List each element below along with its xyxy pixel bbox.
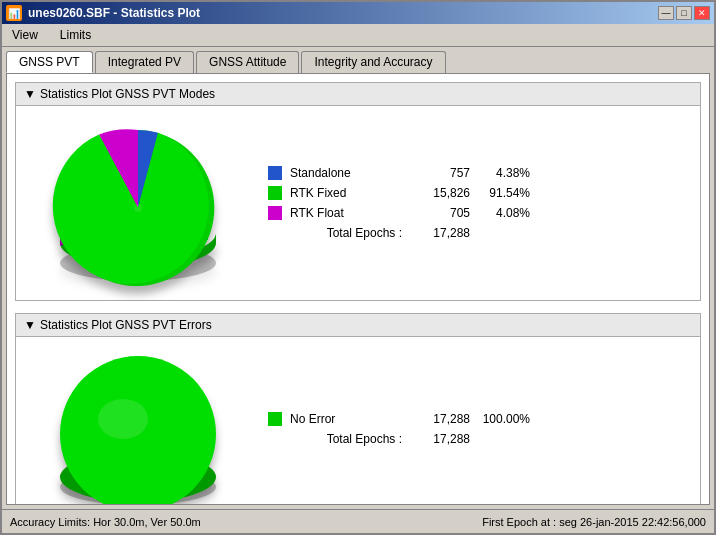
tab-gnss-attitude[interactable]: GNSS Attitude [196, 51, 299, 73]
title-bar-title: 📊 unes0260.SBF - Statistics Plot [6, 5, 200, 21]
legend-color-noerror [268, 412, 282, 426]
pvt-modes-pie-container [28, 118, 248, 288]
legend-value-noerror: 17,288 [410, 412, 470, 426]
legend-pct-standalone: 4.38% [470, 166, 530, 180]
section-pvt-errors: ▼ Statistics Plot GNSS PVT Errors [15, 313, 701, 505]
legend-row-noerror: No Error 17,288 100.00% [268, 412, 688, 426]
legend-pct-rtkfloat: 4.08% [470, 206, 530, 220]
tab-gnss-pvt[interactable]: GNSS PVT [6, 51, 93, 73]
close-button[interactable]: ✕ [694, 6, 710, 20]
total-row-modes: Total Epochs : 17,288 [268, 226, 688, 240]
legend-label-noerror: No Error [290, 412, 410, 426]
legend-pct-noerror: 100.00% [470, 412, 530, 426]
total-row-errors: Total Epochs : 17,288 [268, 432, 688, 446]
tab-integrity-accuracy[interactable]: Integrity and Accuracy [301, 51, 445, 73]
main-window: 📊 unes0260.SBF - Statistics Plot — □ ✕ V… [0, 0, 716, 535]
legend-value-standalone: 757 [410, 166, 470, 180]
pvt-modes-legend: Standalone 757 4.38% RTK Fixed 15,826 91… [268, 166, 688, 240]
legend-color-rtkfloat [268, 206, 282, 220]
menu-view[interactable]: View [6, 26, 44, 44]
pvt-modes-pie [38, 118, 238, 288]
status-first-epoch: First Epoch at : seg 26-jan-2015 22:42:5… [482, 516, 706, 528]
total-label-modes: Total Epochs : [268, 226, 410, 240]
section-pvt-modes-content: Standalone 757 4.38% RTK Fixed 15,826 91… [16, 106, 700, 300]
app-icon: 📊 [6, 5, 22, 21]
collapse-icon-modes: ▼ [24, 87, 36, 101]
legend-row-rtkfixed: RTK Fixed 15,826 91.54% [268, 186, 688, 200]
legend-value-rtkfixed: 15,826 [410, 186, 470, 200]
svg-point-1 [134, 204, 142, 212]
legend-value-rtkfloat: 705 [410, 206, 470, 220]
status-accuracy-limits: Accuracy Limits: Hor 30.0m, Ver 50.0m [10, 516, 201, 528]
total-value-modes: 17,288 [410, 226, 470, 240]
section-pvt-modes: ▼ Statistics Plot GNSS PVT Modes [15, 82, 701, 301]
legend-color-rtkfixed [268, 186, 282, 200]
content-area: ▼ Statistics Plot GNSS PVT Modes [6, 73, 710, 505]
section-pvt-errors-content: No Error 17,288 100.00% Total Epochs : 1… [16, 337, 700, 505]
menu-limits[interactable]: Limits [54, 26, 97, 44]
section-pvt-errors-header[interactable]: ▼ Statistics Plot GNSS PVT Errors [16, 314, 700, 337]
tab-bar: GNSS PVT Integrated PV GNSS Attitude Int… [2, 47, 714, 73]
tab-integrated-pv[interactable]: Integrated PV [95, 51, 194, 73]
legend-label-rtkfloat: RTK Float [290, 206, 410, 220]
legend-pct-rtkfixed: 91.54% [470, 186, 530, 200]
pvt-errors-pie-container [28, 349, 248, 505]
svg-point-5 [98, 399, 148, 439]
total-label-errors: Total Epochs : [268, 432, 410, 446]
status-bar: Accuracy Limits: Hor 30.0m, Ver 50.0m Fi… [2, 509, 714, 533]
collapse-icon-errors: ▼ [24, 318, 36, 332]
total-value-errors: 17,288 [410, 432, 470, 446]
window-title: unes0260.SBF - Statistics Plot [28, 6, 200, 20]
maximize-button[interactable]: □ [676, 6, 692, 20]
section-pvt-errors-title: Statistics Plot GNSS PVT Errors [40, 318, 212, 332]
pvt-errors-legend: No Error 17,288 100.00% Total Epochs : 1… [268, 412, 688, 446]
title-bar: 📊 unes0260.SBF - Statistics Plot — □ ✕ [2, 2, 714, 24]
legend-color-standalone [268, 166, 282, 180]
legend-row-rtkfloat: RTK Float 705 4.08% [268, 206, 688, 220]
minimize-button[interactable]: — [658, 6, 674, 20]
section-pvt-modes-title: Statistics Plot GNSS PVT Modes [40, 87, 215, 101]
section-pvt-modes-header[interactable]: ▼ Statistics Plot GNSS PVT Modes [16, 83, 700, 106]
legend-label-rtkfixed: RTK Fixed [290, 186, 410, 200]
title-bar-controls: — □ ✕ [658, 6, 710, 20]
legend-row-standalone: Standalone 757 4.38% [268, 166, 688, 180]
menu-bar: View Limits [2, 24, 714, 47]
legend-label-standalone: Standalone [290, 166, 410, 180]
pvt-errors-pie [38, 349, 238, 505]
